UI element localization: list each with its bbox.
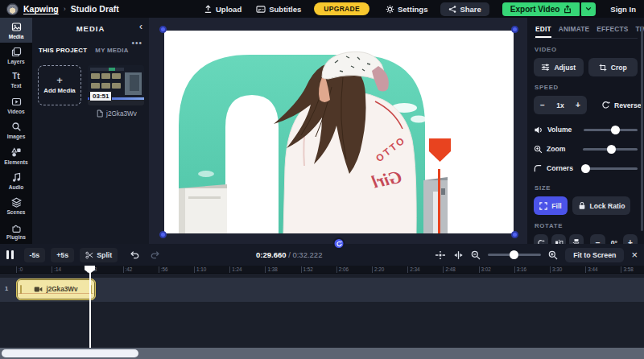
time-display: 0:29.660 / 0:32.222 [256, 250, 322, 259]
track-row-1[interactable]: 1 j2Gka3Wv [0, 278, 644, 302]
reverse-button[interactable]: Reverse [601, 101, 641, 109]
fill-button[interactable]: Fill [534, 196, 568, 215]
scissors-icon [85, 251, 93, 259]
media-item[interactable]: 03:51 j2Gka3Wv [88, 65, 144, 118]
sidebar-item-videos[interactable]: Videos [0, 93, 32, 118]
sidebar-label-scenes: Scenes [6, 209, 25, 215]
back-5s-button[interactable]: -5s [24, 248, 46, 262]
sidebar-item-audio[interactable]: Audio [0, 168, 32, 193]
media-grid: + Add Media 03:5 [32, 60, 149, 118]
volume-slider[interactable] [584, 129, 638, 131]
zoom-out-icon[interactable] [471, 250, 481, 260]
ruler-tick: 3:30 [550, 266, 562, 273]
size-section-heading: SIZE [535, 184, 638, 192]
timeline-zoom-knob[interactable] [510, 250, 518, 259]
split-button[interactable]: Split [80, 248, 118, 262]
lock-icon [578, 201, 586, 210]
collapse-panel-icon[interactable]: ‹ [139, 21, 142, 32]
upload-button[interactable]: Upload [204, 5, 242, 14]
crop-button[interactable]: Crop [588, 58, 638, 76]
export-group: Export Video [502, 2, 597, 16]
snapping-icon[interactable] [435, 250, 446, 260]
settings-label: Settings [398, 5, 427, 14]
speed-decrease-button[interactable]: − [534, 101, 551, 109]
settings-button[interactable]: Settings [386, 5, 427, 14]
resize-handle-bottom-right[interactable] [511, 231, 518, 238]
tab-effects[interactable]: EFFECTS [597, 25, 628, 38]
close-timeline-icon[interactable]: × [631, 251, 638, 259]
export-video-button[interactable]: Export Video [502, 2, 580, 16]
corners-label: Corners [547, 164, 579, 172]
tab-my-media[interactable]: MY MEDIA [95, 47, 128, 54]
video-layer[interactable]: OTTO Girl [164, 31, 514, 233]
corners-slider-knob[interactable] [581, 164, 590, 173]
breadcrumb-separator: › [64, 5, 66, 13]
ruler-tick: 1:52 [301, 266, 313, 273]
brand-link[interactable]: Kapwing [23, 4, 59, 14]
add-media-button[interactable]: + Add Media [38, 65, 81, 105]
sign-in-button[interactable]: Sign In [610, 5, 636, 14]
scenes-icon [11, 197, 22, 208]
resize-handle-top-right[interactable] [511, 26, 518, 33]
export-options-button[interactable] [581, 2, 596, 16]
tab-edit[interactable]: EDIT [535, 25, 551, 38]
speed-increase-button[interactable]: + [569, 101, 587, 109]
resize-handle-bottom-left[interactable] [159, 231, 167, 238]
split-label: Split [97, 251, 112, 259]
resize-handle-top-left[interactable] [159, 26, 167, 33]
fit-to-screen-button[interactable]: Fit to Screen [565, 248, 624, 262]
clip-label: j2Gka3Wv [46, 286, 77, 293]
sidebar-item-scenes[interactable]: Scenes [0, 193, 32, 218]
tab-this-project[interactable]: THIS PROJECT [39, 47, 87, 54]
thumbnail-art-block [112, 73, 121, 79]
edit-panel-scrollbar[interactable] [641, 26, 643, 231]
images-search-icon [11, 122, 22, 132]
more-options-icon[interactable]: ••• [131, 39, 142, 47]
forward-5s-button[interactable]: +5s [51, 248, 74, 262]
upgrade-button[interactable]: UPGRADE [314, 2, 369, 15]
corners-slider[interactable] [583, 167, 638, 170]
sidebar-item-layers[interactable]: Layers [0, 43, 32, 68]
media-filename: j2Gka3Wv [106, 110, 137, 118]
share-button[interactable]: Share [440, 2, 489, 16]
sidebar-item-plugins[interactable]: Plugins [0, 219, 32, 244]
adjust-button[interactable]: Adjust [534, 58, 584, 76]
subtitles-button[interactable]: Subtitles [256, 5, 301, 14]
thumbnail-art-block [101, 83, 110, 89]
project-title[interactable]: Studio Draft [71, 4, 119, 14]
video-thumbnail[interactable]: 03:51 [88, 65, 144, 105]
adjust-sliders-icon [541, 63, 550, 72]
timeline-clip[interactable]: j2Gka3Wv [16, 279, 96, 300]
media-filename-row: j2Gka3Wv [89, 109, 144, 118]
zoom-slider[interactable] [583, 148, 638, 151]
sidebar-item-media[interactable]: Media [0, 18, 32, 43]
redo-icon[interactable] [150, 250, 160, 259]
ruler-tick: :56 [159, 266, 168, 273]
zoom-in-icon[interactable] [548, 250, 558, 260]
sidebar-item-elements[interactable]: Elements [0, 143, 32, 168]
timeline-scrollbar-thumb[interactable] [2, 349, 138, 357]
rotate-handle[interactable] [333, 237, 345, 250]
undo-icon[interactable] [130, 250, 140, 259]
zoom-icon [534, 145, 543, 154]
canvas-area[interactable]: OTTO Girl [149, 18, 527, 244]
lock-ratio-button[interactable]: Lock Ratio [572, 196, 630, 215]
tab-animate[interactable]: ANIMATE [559, 25, 590, 38]
subtitles-icon [256, 5, 266, 14]
sidebar-item-images[interactable]: Images [0, 118, 32, 143]
timeline-horizontal-scrollbar[interactable] [0, 348, 644, 359]
sidebar-label-images: Images [7, 134, 26, 139]
thumbnail-art-block [90, 68, 124, 71]
sidebar-item-text[interactable]: Tt Text [0, 68, 32, 93]
share-label: Share [460, 5, 481, 14]
timeline-ruler[interactable]: :0:14:28:42:561:101:241:381:522:062:202:… [0, 266, 644, 274]
track-height-icon[interactable] [453, 250, 464, 260]
kapwing-logo[interactable] [6, 3, 19, 15]
timeline-zoom-slider[interactable] [488, 254, 541, 256]
plugins-icon [11, 222, 22, 233]
pause-button[interactable] [6, 250, 14, 259]
media-icon [11, 22, 22, 32]
volume-slider-knob[interactable] [611, 126, 620, 134]
timeline-tracks[interactable]: 1 j2Gka3Wv [0, 274, 644, 348]
zoom-slider-knob[interactable] [607, 145, 616, 154]
